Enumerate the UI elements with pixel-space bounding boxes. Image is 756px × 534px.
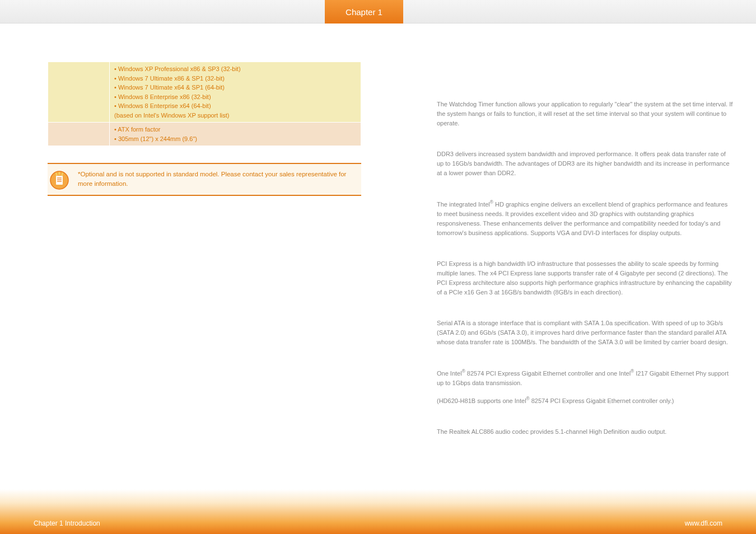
- feature-sata: Serial ATA is a storage interface that i…: [437, 318, 734, 347]
- footer-right: www.dfi.com: [685, 519, 722, 527]
- feature-lan: One Intel® 82574 PCI Express Gigabit Eth…: [437, 368, 734, 405]
- chapter-tab: Chapter 1: [325, 0, 403, 24]
- spec-row-os: • Windows XP Professional x86 & SP3 (32-…: [48, 62, 361, 123]
- spec-label-os: [48, 62, 110, 123]
- feature-audio: The Realtek ALC886 audio codec provides …: [437, 427, 734, 437]
- feature-graphics: The integrated Intel® HD graphics engine…: [437, 199, 734, 238]
- footer-left: Chapter 1 Introduction: [34, 519, 100, 527]
- form-line-1: • ATX form factor: [114, 125, 356, 134]
- feature-pcie: PCI Express is a high bandwidth I/O infr…: [437, 259, 734, 297]
- os-line-1: • Windows XP Professional x86 & SP3 (32-…: [114, 64, 356, 74]
- lan-text-b: 82574 PCI Express Gigabit Ethernet contr…: [465, 370, 631, 377]
- header-bar: Chapter 1: [0, 0, 756, 24]
- os-line-2: • Windows 7 Ultimate x86 & SP1 (32-bit): [114, 74, 356, 83]
- svg-rect-1: [56, 176, 63, 185]
- note-text: *Optional and is not supported in standa…: [78, 171, 346, 187]
- lan-note-b: 82574 PCI Express Gigabit Ethernet contr…: [530, 397, 674, 404]
- os-line-4: • Windows 8 Enterprise x86 (32-bit): [114, 92, 356, 102]
- form-line-2: • 305mm (12") x 244mm (9.6"): [114, 134, 356, 144]
- spec-value-os: • Windows XP Professional x86 & SP3 (32-…: [110, 62, 361, 123]
- lan-note-a: (HD620-H81B supports one Intel: [437, 397, 526, 404]
- left-column: • Windows XP Professional x86 & SP3 (32-…: [48, 62, 361, 196]
- feature-ddr3: DDR3 delivers increased system bandwidth…: [437, 149, 734, 178]
- spec-value-form: • ATX form factor • 305mm (12") x 244mm …: [110, 123, 361, 146]
- os-line-6: (based on Intel's Windows XP support lis…: [114, 111, 356, 120]
- right-column: The Watchdog Timer function allows your …: [437, 100, 734, 458]
- spec-row-form-factor: • ATX form factor • 305mm (12") x 244mm …: [48, 123, 361, 146]
- feature-watchdog: The Watchdog Timer function allows your …: [437, 100, 734, 128]
- os-line-3: • Windows 7 Ultimate x64 & SP1 (64-bit): [114, 83, 356, 92]
- lan-text-a: One Intel: [437, 370, 462, 377]
- note-icon: [48, 168, 71, 192]
- note-box: *Optional and is not supported in standa…: [48, 163, 361, 196]
- footer: Chapter 1 Introduction www.dfi.com: [0, 489, 756, 534]
- spec-label-form: [48, 123, 110, 146]
- graphics-text-a: The integrated Intel: [437, 201, 490, 208]
- lan-note: (HD620-H81B supports one Intel® 82574 PC…: [437, 396, 734, 406]
- spec-table: • Windows XP Professional x86 & SP3 (32-…: [48, 62, 361, 146]
- os-line-5: • Windows 8 Enterprise x64 (64-bit): [114, 101, 356, 111]
